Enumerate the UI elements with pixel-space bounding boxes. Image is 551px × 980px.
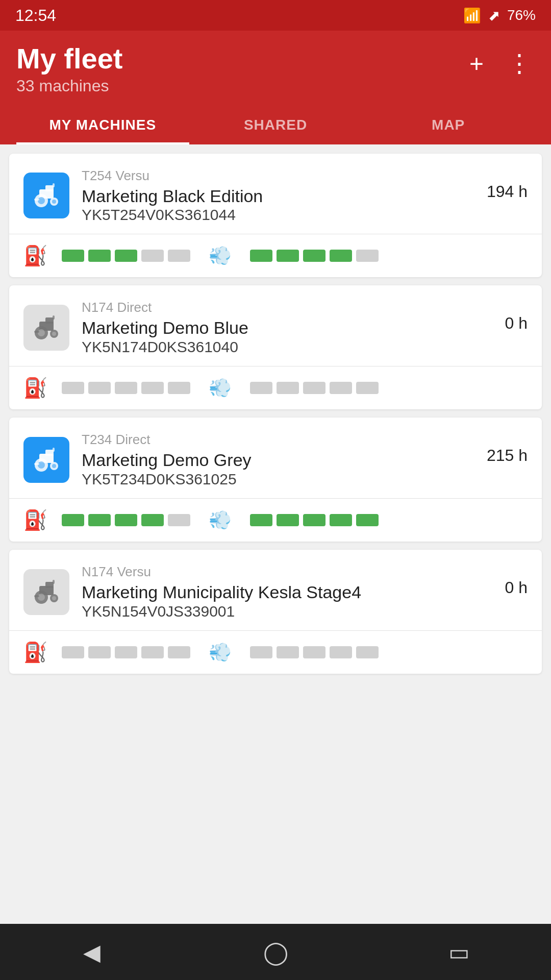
bar-segment: [168, 250, 190, 262]
page-title: My fleet: [16, 43, 123, 75]
machine-card-bottom: ⛽ 💨: [9, 498, 542, 542]
svg-point-6: [52, 200, 56, 204]
bar-segment: [88, 646, 111, 658]
tab-my-machines[interactable]: MY MACHINES: [16, 108, 189, 144]
fuel-icon: ⛽: [23, 641, 47, 664]
fuel-bar-group: [62, 514, 190, 526]
machine-card[interactable]: N174 Versu Marketing Municipality Kesla …: [9, 550, 542, 674]
svg-rect-17: [45, 450, 54, 456]
machine-info: N174 Versu Marketing Municipality Kesla …: [82, 564, 493, 620]
fuel-icon: ⛽: [23, 509, 47, 531]
bar-segment: [115, 250, 137, 262]
machine-card-bottom: ⛽ 💨: [9, 630, 542, 674]
machine-serial: YK5N154V0JS339001: [82, 603, 493, 620]
bar-segment: [62, 514, 84, 526]
svg-point-30: [52, 596, 56, 600]
bar-segment: [62, 646, 84, 658]
more-options-button[interactable]: ⋮: [504, 48, 535, 79]
tab-map[interactable]: MAP: [362, 108, 535, 144]
bar-segment: [277, 250, 299, 262]
status-bar-group: [250, 250, 379, 262]
bar-segment: [330, 646, 352, 658]
bar-segment: [168, 646, 190, 658]
bar-segment: [303, 514, 325, 526]
machine-card-top: T254 Versu Marketing Black Edition YK5T2…: [9, 154, 542, 234]
svg-rect-15: [34, 331, 39, 333]
emission-icon: 💨: [209, 245, 232, 266]
fuel-bar-group: [62, 382, 190, 394]
add-machine-button[interactable]: +: [461, 48, 492, 79]
status-time: 12:54: [15, 6, 56, 25]
battery-level: 76%: [507, 7, 536, 23]
emission-icon: 💨: [209, 377, 232, 399]
wifi-icon: 📶: [463, 7, 481, 24]
bar-segment: [250, 514, 272, 526]
machine-info: T234 Direct Marketing Demo Grey YK5T234D…: [82, 432, 474, 488]
tab-shared[interactable]: SHARED: [189, 108, 362, 144]
machine-model: N174 Versu: [82, 564, 493, 580]
machine-card-top: N174 Versu Marketing Municipality Kesla …: [9, 550, 542, 630]
machine-card[interactable]: T254 Versu Marketing Black Edition YK5T2…: [9, 154, 542, 278]
svg-rect-25: [45, 582, 54, 588]
machine-card-top: T234 Direct Marketing Demo Grey YK5T234D…: [9, 418, 542, 498]
fuel-icon: ⛽: [23, 377, 47, 399]
status-bar: 12:54 📶 ⬈ 76%: [0, 0, 551, 31]
fuel-icon: ⛽: [23, 244, 47, 267]
machine-icon: [23, 305, 69, 351]
bar-segment: [250, 646, 272, 658]
machine-hours: 0 h: [505, 314, 528, 333]
bar-segment: [141, 514, 164, 526]
status-bar-group: [250, 382, 379, 394]
bar-segment: [88, 514, 111, 526]
svg-rect-26: [53, 580, 55, 584]
home-button[interactable]: ◯: [250, 926, 301, 977]
machine-icon: [23, 569, 69, 615]
emission-icon: 💨: [209, 509, 232, 531]
bar-segment: [277, 646, 299, 658]
bar-segment: [356, 382, 379, 394]
machine-name: Marketing Demo Grey: [82, 450, 474, 471]
bar-segment: [168, 514, 190, 526]
bar-segment: [356, 250, 379, 262]
machine-info: T254 Versu Marketing Black Edition YK5T2…: [82, 168, 474, 224]
bar-segment: [330, 514, 352, 526]
bar-segment: [330, 250, 352, 262]
machine-card-bottom: ⛽ 💨: [9, 234, 542, 277]
machine-serial: YK5T234D0KS361025: [82, 471, 474, 488]
fuel-bar-group: [62, 250, 190, 262]
machine-card-top: N174 Direct Marketing Demo Blue YK5N174D…: [9, 285, 542, 366]
machine-card[interactable]: T234 Direct Marketing Demo Grey YK5T234D…: [9, 418, 542, 542]
bar-segment: [277, 514, 299, 526]
bar-segment: [62, 250, 84, 262]
machine-name: Marketing Black Edition: [82, 186, 474, 207]
header-actions: + ⋮: [461, 48, 535, 79]
bar-segment: [115, 514, 137, 526]
bar-segment: [303, 250, 325, 262]
bar-segment: [303, 646, 325, 658]
machine-info: N174 Direct Marketing Demo Blue YK5N174D…: [82, 300, 493, 356]
svg-point-28: [38, 594, 45, 601]
machine-name: Marketing Municipality Kesla Stage4: [82, 582, 493, 603]
bar-segment: [115, 382, 137, 394]
status-icons: 📶 ⬈ 76%: [463, 7, 536, 24]
bar-segment: [88, 250, 111, 262]
bar-segment: [250, 382, 272, 394]
back-button[interactable]: ◀: [66, 926, 117, 977]
svg-point-14: [52, 332, 56, 336]
signal-icon: ⬈: [488, 7, 500, 24]
bar-segment: [115, 646, 137, 658]
machine-count: 33 machines: [16, 77, 123, 95]
fuel-bar-group: [62, 646, 190, 658]
emission-icon: 💨: [209, 642, 232, 663]
machine-card[interactable]: N174 Direct Marketing Demo Blue YK5N174D…: [9, 285, 542, 409]
svg-point-12: [38, 329, 45, 336]
machine-hours: 0 h: [505, 578, 528, 597]
svg-rect-10: [53, 315, 55, 320]
header: My fleet 33 machines + ⋮ MY MACHINES SHA…: [0, 31, 551, 144]
bar-segment: [356, 646, 379, 658]
tabs: MY MACHINES SHARED MAP: [16, 108, 535, 144]
recents-button[interactable]: ▭: [434, 926, 485, 977]
svg-rect-9: [45, 317, 54, 324]
machine-icon: [23, 437, 69, 483]
bar-segment: [141, 646, 164, 658]
